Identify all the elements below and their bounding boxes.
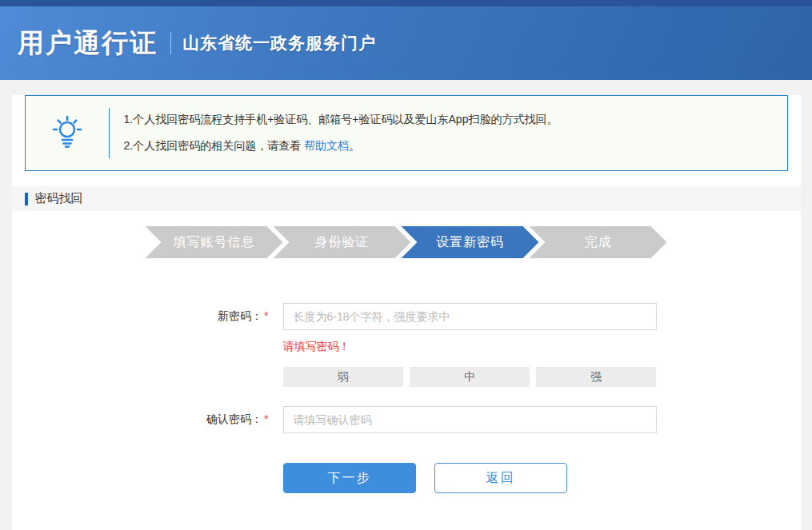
password-error-message: 请填写密码！ (283, 340, 801, 354)
password-form: 新密码：* 请填写密码！ 弱 中 强 确认密码：* 下一步 返回 (12, 303, 801, 493)
confirm-password-label-text: 确认密码： (206, 412, 262, 425)
main-card: 1.个人找回密码流程支持手机+验证码、邮箱号+验证码以及爱山东App扫脸的方式找… (12, 95, 801, 530)
step-complete: 完成 (530, 226, 667, 258)
strength-medium: 中 (410, 367, 530, 387)
page: 用户通行证 山东省统一政务服务门户 (0, 0, 812, 530)
step-identity-verification: 身份验证 (274, 226, 411, 258)
header-top-strip (0, 0, 812, 6)
confirm-password-row: 确认密码：* (12, 406, 801, 433)
section-bar-icon (25, 193, 28, 205)
new-password-label-text: 新密码： (218, 309, 262, 322)
lightbulb-icon (49, 114, 86, 153)
notice-box: 1.个人找回密码流程支持手机+验证码、邮箱号+验证码以及爱山东App扫脸的方式找… (25, 95, 788, 171)
notice-icon-cell (26, 96, 109, 170)
next-step-button[interactable]: 下一步 (283, 463, 416, 493)
confirm-password-label: 确认密码：* (12, 412, 269, 427)
section-header: 密码找回 (12, 186, 801, 211)
step-set-new-password: 设置新密码 (402, 226, 539, 258)
form-buttons: 下一步 返回 (283, 463, 801, 493)
section-title: 密码找回 (35, 191, 83, 206)
notice-line-2-suffix: 。 (349, 139, 360, 152)
step-fill-account-info: 填写账号信息 (146, 226, 283, 258)
required-asterisk: * (264, 309, 268, 322)
confirm-password-input[interactable] (283, 406, 657, 433)
new-password-row: 新密码：* (12, 303, 801, 330)
notice-text: 1.个人找回密码流程支持手机+验证码、邮箱号+验证码以及爱山东App扫脸的方式找… (110, 96, 566, 170)
notice-line-2: 2.个人找回密码的相关问题，请查看 帮助文档。 (124, 133, 558, 159)
new-password-input[interactable] (283, 303, 657, 330)
new-password-label: 新密码：* (12, 309, 269, 324)
header: 用户通行证 山东省统一政务服务门户 (0, 6, 812, 80)
strength-strong: 强 (536, 367, 656, 387)
password-strength-indicator: 弱 中 强 (283, 367, 657, 387)
header-divider (170, 32, 171, 54)
notice-line-2-text: 2.个人找回密码的相关问题，请查看 (124, 139, 305, 152)
back-button[interactable]: 返回 (434, 463, 567, 493)
page-title: 用户通行证 (18, 26, 158, 62)
header-subtitle: 山东省统一政务服务门户 (182, 32, 376, 54)
strength-weak: 弱 (283, 367, 403, 387)
required-asterisk: * (264, 412, 268, 425)
step-wizard: 填写账号信息 身份验证 设置新密码 完成 (12, 226, 801, 258)
notice-line-1: 1.个人找回密码流程支持手机+验证码、邮箱号+验证码以及爱山东App扫脸的方式找… (124, 106, 558, 133)
help-doc-link[interactable]: 帮助文档 (304, 139, 349, 152)
